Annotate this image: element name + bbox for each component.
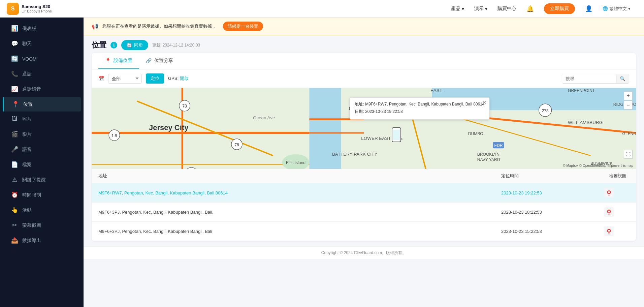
gps-on-value: 開啟 bbox=[180, 76, 189, 81]
app-name: Samsung S20 Lil' Bobby's Phone bbox=[22, 4, 52, 13]
keyword-icon: ⚠ bbox=[11, 176, 18, 183]
row-address: M9F6+3PJ, Pengotan, Kec. Bangli, Kabupat… bbox=[98, 210, 501, 215]
sidebar-item-screenshot[interactable]: ✂ 螢幕截圖 bbox=[3, 218, 81, 233]
city-label: Jersey City bbox=[149, 123, 188, 132]
chat-icon: 💬 bbox=[11, 40, 18, 47]
sidebar-label-voice: 語音 bbox=[22, 147, 32, 153]
sidebar-item-activity[interactable]: 👆 活動 bbox=[3, 203, 81, 217]
sidebar-item-videos[interactable]: 🎬 影片 bbox=[3, 127, 81, 142]
sidebar-label-activity: 活動 bbox=[22, 207, 32, 213]
map-view-icon[interactable] bbox=[589, 207, 629, 217]
sidebar-item-calls[interactable]: 📞 通話 bbox=[3, 67, 81, 81]
sidebar-label-voom: VOOM bbox=[22, 56, 37, 62]
sidebar-label-photos: 照片 bbox=[22, 116, 32, 122]
location-icon: 📍 bbox=[12, 101, 19, 108]
tab-device-location[interactable]: 📍 設備位置 bbox=[98, 53, 139, 69]
app-logo-icon: S bbox=[7, 3, 19, 15]
sidebar-item-chat[interactable]: 💬 聊天 bbox=[3, 36, 81, 51]
chevron-down-icon: ▾ bbox=[628, 6, 631, 11]
map-popup: ✕ 地址: M9F6+RW7, Pengotan, Kec. Bangli, K… bbox=[350, 97, 489, 120]
sidebar-label-videos: 影片 bbox=[22, 131, 32, 137]
svg-text:Ellis Island: Ellis Island bbox=[286, 160, 305, 165]
share-icon: 🔗 bbox=[146, 58, 152, 63]
location-table: 地址 定位時間 地圖視圖 M9F6+RW7, Pengotan, Kec. Ba… bbox=[92, 169, 636, 241]
svg-text:EAST: EAST bbox=[430, 88, 442, 93]
sidebar-label-keyword: 關鍵字提醒 bbox=[22, 177, 46, 183]
map-controls: + − bbox=[624, 91, 633, 110]
nav-demo[interactable]: 演示 ▾ bbox=[474, 6, 487, 12]
map-pin-button[interactable] bbox=[604, 226, 614, 236]
footer-text: Copyright © 2024 ClevGuard.com。版權所有。 bbox=[321, 250, 406, 255]
sidebar-item-export[interactable]: 📤 數據導出 bbox=[3, 233, 81, 248]
sidebar-item-keyword[interactable]: ⚠ 關鍵字提醒 bbox=[3, 173, 81, 187]
page-title: 位置 bbox=[92, 40, 106, 50]
search-button[interactable]: 🔍 bbox=[616, 74, 629, 83]
app-title: Samsung S20 bbox=[22, 4, 52, 9]
svg-text:78: 78 bbox=[182, 104, 187, 109]
filter-row: 📅 全部 定位 GPS: 開啟 🔍 bbox=[92, 69, 636, 88]
date-filter-select[interactable]: 全部 bbox=[108, 74, 142, 84]
info-icon[interactable]: ℹ bbox=[110, 42, 117, 49]
col-map-view: 地圖視圖 bbox=[589, 173, 629, 179]
time-limit-icon: ⏰ bbox=[11, 191, 18, 198]
popup-close-button[interactable]: ✕ bbox=[483, 100, 487, 105]
map-pin-button[interactable] bbox=[604, 207, 614, 217]
svg-text:BROOKLYN: BROOKLYN bbox=[477, 152, 500, 157]
zoom-in-button[interactable]: + bbox=[624, 91, 633, 100]
footer: Copyright © 2024 ClevGuard.com。版權所有。 bbox=[84, 246, 644, 259]
sidebar-item-dashboard[interactable]: 📊 儀表板 bbox=[3, 21, 81, 36]
row-address: M9F6+RW7, Pengotan, Kec. Bangli, Kabupat… bbox=[98, 190, 501, 195]
map-view-icon[interactable] bbox=[589, 226, 629, 236]
page-header: 位置 ℹ 🔄 同步 更新: 2024-12-12 14:20:03 bbox=[84, 35, 644, 53]
map-view-icon[interactable] bbox=[589, 188, 629, 197]
dashboard-icon: 📊 bbox=[11, 25, 18, 32]
map-pin-button[interactable] bbox=[604, 188, 614, 197]
sidebar-label-location: 位置 bbox=[23, 101, 33, 108]
tab-location-share[interactable]: 🔗 位置分享 bbox=[139, 53, 180, 69]
nav-shop[interactable]: 購買中心 bbox=[497, 6, 516, 12]
svg-text:NAVY YARD: NAVY YARD bbox=[477, 157, 500, 162]
sidebar-label-chat: 聊天 bbox=[22, 41, 32, 47]
sidebar-item-call-records[interactable]: 📈 通話錄音 bbox=[3, 82, 81, 96]
language-selector[interactable]: 🌐 繁體中文 ▾ bbox=[603, 6, 631, 12]
table-row[interactable]: M9F6+3PJ, Pengotan, Kec. Bangli, Kabupat… bbox=[92, 222, 636, 241]
sidebar-item-location[interactable]: 📍 位置 bbox=[3, 97, 81, 112]
buy-now-button[interactable]: 立即購買 bbox=[544, 3, 575, 14]
svg-text:Ocean Ave: Ocean Ave bbox=[253, 115, 275, 120]
table-row[interactable]: M9F6+RW7, Pengotan, Kec. Bangli, Kabupat… bbox=[92, 183, 636, 203]
sidebar-label-time-limit: 時間限制 bbox=[22, 192, 41, 198]
svg-text:1·9: 1·9 bbox=[111, 133, 117, 138]
export-icon: 📤 bbox=[11, 237, 18, 244]
sidebar-item-photos[interactable]: 🖼 照片 bbox=[3, 112, 81, 126]
search-input[interactable] bbox=[562, 74, 616, 83]
user-avatar-icon[interactable]: 👤 bbox=[585, 5, 592, 12]
bind-device-button[interactable]: 請綁定一台裝置 bbox=[223, 22, 263, 31]
sidebar-item-files[interactable]: 📄 檔案 bbox=[3, 157, 81, 172]
notification-bell-icon[interactable]: 🔔 bbox=[526, 5, 534, 12]
sidebar-item-voice[interactable]: 🎤 語音 bbox=[3, 142, 81, 157]
logo-char: S bbox=[11, 6, 15, 12]
svg-text:GREENPOINT: GREENPOINT bbox=[568, 88, 595, 93]
voice-icon: 🎤 bbox=[11, 146, 18, 153]
device-marker[interactable] bbox=[392, 127, 401, 142]
row-address: M9F6+3PJ, Pengotan, Kec. Bangli, Kabupat… bbox=[98, 229, 501, 234]
logo-area: S Samsung S20 Lil' Bobby's Phone bbox=[7, 3, 90, 15]
pin-icon: 📍 bbox=[105, 58, 111, 63]
svg-text:GLENDALE: GLENDALE bbox=[622, 131, 636, 136]
sidebar-label-files: 檔案 bbox=[22, 162, 32, 168]
nav-product[interactable]: 產品 ▾ bbox=[451, 6, 464, 12]
fullscreen-button[interactable]: ⛶ bbox=[624, 150, 633, 159]
sidebar-item-time-limit[interactable]: ⏰ 時間限制 bbox=[3, 188, 81, 202]
table-row[interactable]: M9F6+3PJ, Pengotan, Kec. Bangli, Kabupat… bbox=[92, 203, 636, 222]
sidebar-label-calls: 通話 bbox=[22, 71, 32, 77]
svg-text:BATTERY PARK CITY: BATTERY PARK CITY bbox=[332, 152, 377, 157]
sidebar-label-screenshot: 螢幕截圖 bbox=[22, 222, 41, 228]
chevron-down-icon: ▾ bbox=[462, 6, 464, 11]
megaphone-icon: 📢 bbox=[92, 23, 98, 30]
tab-bar: 📍 設備位置 🔗 位置分享 bbox=[92, 53, 636, 69]
zoom-out-button[interactable]: − bbox=[624, 101, 633, 110]
locate-button[interactable]: 定位 bbox=[146, 73, 164, 84]
sync-button[interactable]: 🔄 同步 bbox=[121, 40, 148, 50]
sidebar-item-voom[interactable]: 🔄 VOOM bbox=[3, 52, 81, 66]
popup-date: 日期: 2023-10-23 19:22:53 bbox=[355, 109, 484, 115]
